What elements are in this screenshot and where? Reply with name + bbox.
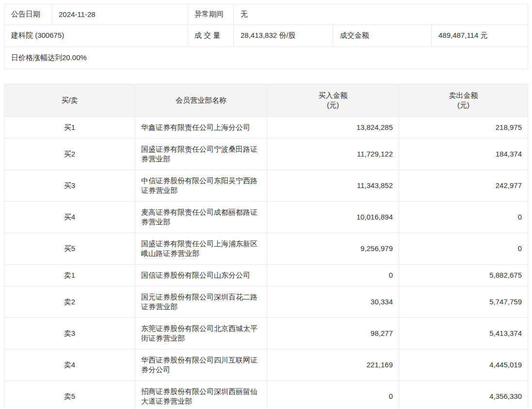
sell-amount: 5,413,374 [399,318,528,349]
table-row: 卖2 国元证券股份有限公司深圳百花二路证券营业部 30,334 5,747,75… [4,286,528,318]
stock-name: 建科院 (300675) [4,25,187,47]
header-sell-amount: 卖出金额 (元) [399,84,528,117]
header-buy-amount: 买入金额 (元) [267,84,399,117]
header-branch: 会员营业部名称 [135,84,267,117]
turnover-value: 489,487,114 元 [431,25,528,47]
table-row: 卖4 华西证券股份有限公司四川互联网证券分公司 221,169 4,445,01… [4,349,528,381]
table-header-row: 买/卖 会员营业部名称 买入金额 (元) 卖出金额 (元) [4,84,528,117]
table-row: 卖5 招商证券股份有限公司深圳西丽留仙大道证券营业部 0 4,356,330 [4,381,528,409]
side-label: 买1 [4,117,135,139]
branch-name: 东莞证券股份有限公司北京西城太平街证券营业部 [135,318,267,349]
price-change-note: 日价格涨幅达到20.00% [4,47,528,69]
sell-amount: 184,374 [399,139,528,170]
side-label: 买4 [4,202,135,233]
buy-amount: 98,277 [267,318,399,349]
broker-table-wrap: 买/卖 会员营业部名称 买入金额 (元) 卖出金额 (元) 买1 华鑫证券有限责… [4,84,528,409]
volume-value: 28,413,832 份/股 [233,25,333,47]
side-label: 买2 [4,139,135,170]
side-label: 卖3 [4,318,135,349]
header-buy-amount-title: 买入金额 [319,91,348,99]
sell-amount: 218,975 [399,117,528,139]
buy-amount: 13,824,285 [267,117,399,139]
sell-amount: 242,977 [399,170,528,202]
buy-amount: 0 [267,265,399,286]
sell-amount: 0 [399,202,528,233]
branch-name: 华鑫证券有限责任公司上海分公司 [135,117,267,139]
branch-name: 麦高证券有限责任公司成都丽都路证券营业部 [135,202,267,233]
buy-amount: 9,256,979 [267,233,399,265]
sell-amount: 4,356,330 [399,381,528,409]
buy-amount: 10,016,894 [267,202,399,233]
table-row: 卖3 东莞证券股份有限公司北京西城太平街证券营业部 98,277 5,413,3… [4,318,528,349]
sell-amount: 4,445,019 [399,349,528,381]
header-sell-amount-unit: (元) [405,100,522,110]
announce-date-label: 公告日期 [4,4,51,24]
branch-name: 国元证券股份有限公司深圳百花二路证券营业部 [135,286,267,318]
side-label: 卖1 [4,265,135,286]
volume-label: 成 交 量 [187,25,233,47]
table-row: 买4 麦高证券有限责任公司成都丽都路证券营业部 10,016,894 0 [4,202,528,233]
turnover-label: 成交金额 [333,25,431,47]
trade-disclosure-page: 公告日期 2024-11-28 异常期间 无 建科院 (300675) 成 交 … [4,4,528,409]
table-row: 买3 中信证券股份有限公司东阳吴宁西路证券营业部 11,343,852 242,… [4,170,528,202]
sell-amount: 5,747,759 [399,286,528,318]
branch-name: 国信证券股份有限公司山东分公司 [135,265,267,286]
broker-table-body: 买1 华鑫证券有限责任公司上海分公司 13,824,285 218,975 买2… [4,117,528,409]
sell-amount: 0 [399,233,528,265]
broker-table: 买/卖 会员营业部名称 买入金额 (元) 卖出金额 (元) 买1 华鑫证券有限责… [4,84,528,409]
table-row: 买1 华鑫证券有限责任公司上海分公司 13,824,285 218,975 [4,117,528,139]
branch-name: 国盛证券有限责任公司宁波桑田路证券营业部 [135,139,267,170]
branch-name: 国盛证券有限责任公司上海浦东新区峨山路证券营业部 [135,233,267,265]
table-row: 卖1 国信证券股份有限公司山东分公司 0 5,882,675 [4,265,528,286]
summary-panel: 公告日期 2024-11-28 异常期间 无 建科院 (300675) 成 交 … [4,4,528,69]
branch-name: 中信证券股份有限公司东阳吴宁西路证券营业部 [135,170,267,202]
buy-amount: 221,169 [267,349,399,381]
buy-amount: 11,729,122 [267,139,399,170]
branch-name: 华西证券股份有限公司四川互联网证券分公司 [135,349,267,381]
table-row: 买2 国盛证券有限责任公司宁波桑田路证券营业部 11,729,122 184,3… [4,139,528,170]
side-label: 卖5 [4,381,135,409]
side-label: 买3 [4,170,135,202]
summary-row-announce: 公告日期 2024-11-28 异常期间 无 [4,4,528,24]
header-buy-amount-unit: (元) [273,100,393,110]
announce-date-value: 2024-11-28 [51,4,187,24]
buy-amount: 0 [267,381,399,409]
side-label: 卖4 [4,349,135,381]
side-label: 卖2 [4,286,135,318]
summary-row-note: 日价格涨幅达到20.00% [4,47,528,69]
abnormal-period-value: 无 [233,4,528,24]
header-sell-amount-title: 卖出金额 [449,91,478,99]
table-row: 买5 国盛证券有限责任公司上海浦东新区峨山路证券营业部 9,256,979 0 [4,233,528,265]
header-side: 买/卖 [4,84,135,117]
buy-amount: 30,334 [267,286,399,318]
sell-amount: 5,882,675 [399,265,528,286]
abnormal-period-label: 异常期间 [187,4,233,24]
buy-amount: 11,343,852 [267,170,399,202]
side-label: 买5 [4,233,135,265]
summary-row-stock: 建科院 (300675) 成 交 量 28,413,832 份/股 成交金额 4… [4,24,528,47]
branch-name: 招商证券股份有限公司深圳西丽留仙大道证券营业部 [135,381,267,409]
